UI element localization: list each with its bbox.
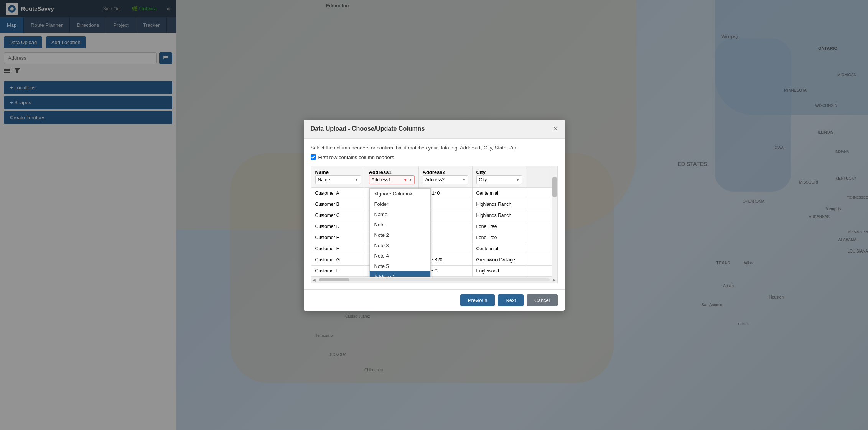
cell-city: Highlands Ranch bbox=[472, 210, 526, 221]
cell-city: Centennial bbox=[472, 187, 526, 199]
first-row-label: First row contains column headers bbox=[318, 154, 394, 160]
dropdown-item-ignore[interactable]: <Ignore Column> bbox=[370, 189, 430, 199]
address1-dropdown[interactable]: <Ignore Column> Folder Name Note Note 2 … bbox=[369, 188, 431, 277]
dropdown-item-folder[interactable]: Folder bbox=[370, 199, 430, 209]
modal-description: Select the column headers or confirm tha… bbox=[311, 145, 558, 151]
col-header-name: Name Name <Ignore Column> Folder Note bbox=[311, 166, 365, 187]
first-row-checkbox[interactable] bbox=[311, 154, 316, 160]
cell-name: Customer B bbox=[311, 199, 365, 210]
name-select-wrapper: Name <Ignore Column> Folder Note bbox=[315, 175, 361, 184]
cell-name: Customer D bbox=[311, 221, 365, 232]
cell-name: Customer E bbox=[311, 232, 365, 243]
table-body: Customer A Unit 140 Centennial Customer … bbox=[311, 187, 558, 276]
city-select-wrapper: City <Ignore Column> State Zip bbox=[476, 175, 522, 184]
dropdown-item-note4[interactable]: Note 4 bbox=[370, 251, 430, 261]
cell-name: Customer A bbox=[311, 187, 365, 199]
cell-name: Customer C bbox=[311, 210, 365, 221]
horizontal-scrollbar-track[interactable] bbox=[319, 278, 550, 281]
horizontal-scrollbar-thumb bbox=[319, 278, 349, 281]
dropdown-item-note2[interactable]: Note 2 bbox=[370, 230, 430, 240]
cell-name: Customer G bbox=[311, 254, 365, 265]
dropdown-arrow-icon: ▾ bbox=[404, 177, 406, 182]
data-table-container: Name Name <Ignore Column> Folder Note bbox=[311, 166, 558, 277]
address1-column-select[interactable]: Address1 <Ignore Column> bbox=[369, 175, 415, 184]
cell-city: Greenwood Village bbox=[472, 254, 526, 265]
vertical-scrollbar[interactable] bbox=[552, 166, 557, 277]
table-row: Customer H Suite C Englewood bbox=[311, 265, 558, 276]
scrollbar-thumb bbox=[552, 177, 557, 197]
cell-city: Englewood bbox=[472, 265, 526, 276]
modal-body: Select the column headers or confirm tha… bbox=[304, 139, 565, 289]
modal-close-button[interactable]: × bbox=[553, 125, 558, 133]
col-header-address2: Address2 Address2 <Ignore Column> City S… bbox=[418, 166, 472, 187]
dropdown-item-note5[interactable]: Note 5 bbox=[370, 261, 430, 271]
cell-city: Highlands Ranch bbox=[472, 199, 526, 210]
modal-dialog: Data Upload - Choose/Update Columns × Se… bbox=[304, 120, 565, 311]
city-column-select[interactable]: City <Ignore Column> State Zip bbox=[476, 175, 522, 184]
dropdown-item-note3[interactable]: Note 3 bbox=[370, 240, 430, 251]
dropdown-item-name[interactable]: Name bbox=[370, 209, 430, 220]
cell-city: Centennial bbox=[472, 243, 526, 254]
col-header-city: City City <Ignore Column> State Zip bbox=[472, 166, 526, 187]
dropdown-item-note[interactable]: Note bbox=[370, 220, 430, 230]
hscroll-right-arrow[interactable]: ▶ bbox=[551, 278, 557, 282]
dropdown-item-address1[interactable]: Address1 bbox=[370, 271, 430, 277]
cell-name: Customer F bbox=[311, 243, 365, 254]
cancel-button[interactable]: Cancel bbox=[527, 294, 557, 306]
name-column-select[interactable]: Name <Ignore Column> Folder Note bbox=[315, 175, 361, 184]
col-header-address1: Address1 Address1 <Ignore Column> ▾ bbox=[365, 166, 418, 187]
cell-city: Lone Tree bbox=[472, 221, 526, 232]
previous-button[interactable]: Previous bbox=[460, 294, 495, 306]
table-row: Customer G Suite B20 Greenwood Village bbox=[311, 254, 558, 265]
cell-name: Customer H bbox=[311, 265, 365, 276]
hscroll-left-arrow[interactable]: ◀ bbox=[311, 278, 317, 282]
data-table: Name Name <Ignore Column> Folder Note bbox=[311, 166, 558, 277]
modal-footer: Previous Next Cancel bbox=[304, 289, 565, 311]
table-row: Customer E r. Lone Tree bbox=[311, 232, 558, 243]
next-button[interactable]: Next bbox=[498, 294, 524, 306]
address2-column-select[interactable]: Address2 <Ignore Column> City State bbox=[423, 175, 468, 184]
modal-header: Data Upload - Choose/Update Columns × bbox=[304, 120, 565, 139]
modal-overlay: Data Upload - Choose/Update Columns × Se… bbox=[0, 0, 868, 430]
modal-title: Data Upload - Choose/Update Columns bbox=[311, 125, 425, 132]
table-row: Customer F Centennial bbox=[311, 243, 558, 254]
first-row-checkbox-row: First row contains column headers bbox=[311, 154, 558, 160]
table-row: Customer B Highlands Ranch bbox=[311, 199, 558, 210]
table-row: Customer C Highlands Ranch bbox=[311, 210, 558, 221]
cell-city: Lone Tree bbox=[472, 232, 526, 243]
table-row: Customer A Unit 140 Centennial bbox=[311, 187, 558, 199]
address1-select-wrapper: Address1 <Ignore Column> ▾ bbox=[369, 175, 415, 184]
table-row: Customer D Lone Tree bbox=[311, 221, 558, 232]
horizontal-scroll-area[interactable]: ◀ ▶ bbox=[311, 277, 558, 283]
address2-select-wrapper: Address2 <Ignore Column> City State bbox=[423, 175, 468, 184]
